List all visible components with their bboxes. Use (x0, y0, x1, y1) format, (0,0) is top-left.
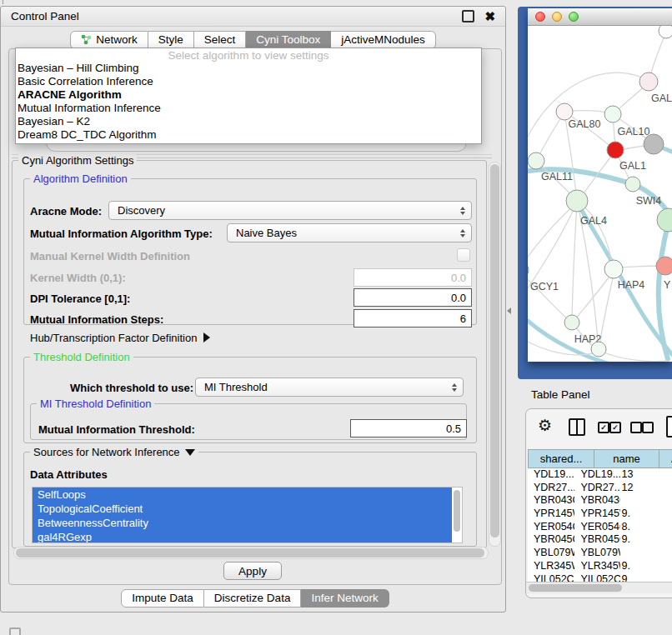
table-row[interactable]: YBR043CYBR043C (528, 494, 672, 508)
manual-kernel-width-checkbox[interactable] (457, 248, 470, 262)
bottom-tab-impute-data[interactable]: Impute Data (121, 589, 204, 608)
collapsed-arrow-icon[interactable] (203, 332, 210, 342)
network-node-label: Y (664, 279, 671, 291)
attribute-item[interactable]: SelfLoops (33, 488, 452, 502)
network-node-label: HAP4 (618, 279, 645, 291)
settings-vertical-scrollbar[interactable] (489, 162, 501, 547)
network-node-gal10[interactable] (604, 106, 621, 122)
which-threshold-select[interactable]: MI Threshold (195, 378, 464, 397)
settings-hscroll-thumb[interactable] (16, 548, 484, 558)
network-node-swi4[interactable] (625, 177, 640, 192)
data-attributes-list[interactable]: SelfLoopsTopologicalCoefficientBetweenne… (32, 487, 463, 543)
column-header-shared-[interactable]: shared... (528, 449, 594, 468)
splitter-collapse-arrow[interactable] (507, 308, 511, 314)
network-node-gcy1[interactable] (528, 262, 529, 278)
table-row[interactable]: YLR345WYLR345W9. (528, 560, 672, 573)
close-icon[interactable]: ✖ (484, 10, 495, 22)
sources-title[interactable]: Sources for Network Inference (30, 446, 198, 458)
attributes-vscroll-thumb[interactable] (454, 490, 460, 532)
network-window-titlebar (528, 8, 672, 26)
which-threshold-value: MI Threshold (204, 381, 268, 393)
attribute-item[interactable]: TopologicalCoefficient (33, 502, 452, 516)
columns-icon[interactable] (569, 418, 585, 436)
expanded-arrow-icon[interactable] (185, 449, 195, 456)
bottom-tab-discretize-data[interactable]: Discretize Data (204, 589, 302, 608)
checked-checkbox-icon[interactable]: ✓ (609, 422, 621, 433)
kernel-width-input[interactable]: 0.0 (354, 268, 472, 287)
float-panel-icon[interactable] (462, 10, 474, 22)
table-cell: 12 (620, 482, 672, 495)
tab-cyni-toolbox[interactable]: Cyni Toolbox (246, 31, 331, 49)
settings-vscroll-thumb[interactable] (490, 164, 499, 538)
settings-horizontal-scrollbar[interactable] (13, 547, 489, 559)
algorithm-option[interactable]: ARACNE Algorithm (16, 88, 481, 102)
table-file-icon[interactable] (666, 416, 672, 438)
table-panel-title: Table Panel (531, 388, 590, 401)
network-node-gal[interactable] (639, 72, 658, 91)
table-cell: YDR27... (528, 482, 574, 495)
mac-zoom-icon[interactable] (569, 12, 579, 22)
network-node-y[interactable] (656, 257, 672, 275)
attribute-item[interactable]: BetweennessCentrality (33, 516, 452, 530)
unchecked-checkbox-icon[interactable] (630, 422, 642, 433)
attribute-item[interactable]: gal4RGexp (33, 530, 452, 543)
checked-checkbox-icon[interactable]: ✓ (598, 422, 609, 433)
network-node[interactable] (659, 26, 672, 38)
tab-network[interactable]: Network (70, 31, 148, 49)
table-row[interactable]: YDR27...YDR27...12 (528, 482, 672, 495)
apply-button-label: Apply (238, 565, 267, 578)
mi-algorithm-type-select[interactable]: Naive Bayes (227, 223, 472, 242)
mac-minimize-icon[interactable] (552, 12, 562, 22)
network-canvas[interactable]: GALGAL80GAL10GAL1GAL11SWI4GAL4GCY1HAP4YH… (528, 26, 672, 362)
network-node-gal11[interactable] (528, 152, 544, 169)
column-header-a[interactable]: A (659, 449, 672, 468)
network-node-hap2[interactable] (564, 315, 579, 330)
mac-close-icon[interactable] (535, 12, 545, 22)
apply-button[interactable]: Apply (223, 562, 282, 580)
algorithm-option[interactable]: Basic Correlation Inference (16, 75, 481, 88)
threshold-definition-title: Threshold Definition (30, 351, 133, 363)
tab-select[interactable]: Select (194, 31, 247, 49)
table-row[interactable]: YPR145WYPR145W9. (528, 508, 672, 521)
table-cell: YER054C (528, 521, 574, 534)
mi-steps-input[interactable]: 6 (354, 309, 472, 328)
table-row[interactable]: YDL19...YDL19...13 (528, 468, 672, 482)
table-row[interactable]: YER054CYER054C8. (528, 521, 672, 534)
network-node[interactable] (591, 342, 606, 357)
network-node-gal4[interactable] (566, 190, 588, 212)
network-node-gal1[interactable] (607, 142, 624, 158)
network-node-label: GAL10 (618, 126, 650, 138)
table-horizontal-scrollbar[interactable] (526, 582, 672, 593)
stepper-arrows-icon (460, 229, 465, 238)
algorithm-dropdown-popup: Select algorithm to view settings Bayesi… (15, 48, 482, 144)
mi-threshold-input[interactable]: 0.5 (350, 419, 467, 438)
table-row[interactable]: YIL052CYIL052C9 (528, 573, 672, 582)
bottom-tab-infer-network[interactable]: Infer Network (301, 589, 389, 608)
bottom-tabbar: Impute DataDiscretize DataInfer Network (8, 589, 502, 608)
column-header-name[interactable]: name (594, 449, 659, 468)
table-cell: YLR345W (574, 560, 620, 573)
aracne-mode-select[interactable]: Discovery (108, 201, 472, 220)
cyni-algorithm-settings-title-text: Cyni Algorithm Settings (22, 154, 133, 167)
gear-icon[interactable]: ⚙ (538, 418, 552, 433)
table-cell: 9 (620, 573, 672, 582)
unchecked-checkbox-icon[interactable] (642, 422, 654, 433)
data-attributes-label: Data Attributes (30, 468, 108, 481)
dpi-tolerance-input[interactable]: 0.0 (354, 288, 472, 307)
network-node[interactable] (644, 134, 664, 154)
algorithm-option[interactable]: Mutual Information Inference (16, 102, 481, 115)
algorithm-option[interactable]: Bayesian – K2 (16, 115, 481, 128)
table-row[interactable]: YBR045CYBR045C9. (528, 533, 672, 547)
network-node-hap4[interactable] (604, 260, 623, 278)
table-row[interactable]: YBL079WYBL079W (528, 547, 672, 560)
hub-definition-toggle[interactable]: Hub/Transcription Factor Definition (30, 332, 210, 344)
network-node[interactable] (657, 208, 672, 232)
network-node-gal80[interactable] (556, 103, 573, 120)
algorithm-option[interactable]: Bayesian – Hill Climbing (16, 62, 481, 75)
algorithm-option[interactable]: Dream8 DC_TDC Algorithm (16, 128, 481, 142)
cyni-algorithm-settings-title: Cyni Algorithm Settings (18, 154, 137, 167)
tab-jactivemnodules[interactable]: jActiveMNodules (331, 31, 436, 49)
dock-panel-icon[interactable] (9, 628, 21, 635)
tab-style[interactable]: Style (148, 31, 194, 49)
table-hscroll-thumb[interactable] (529, 584, 622, 592)
